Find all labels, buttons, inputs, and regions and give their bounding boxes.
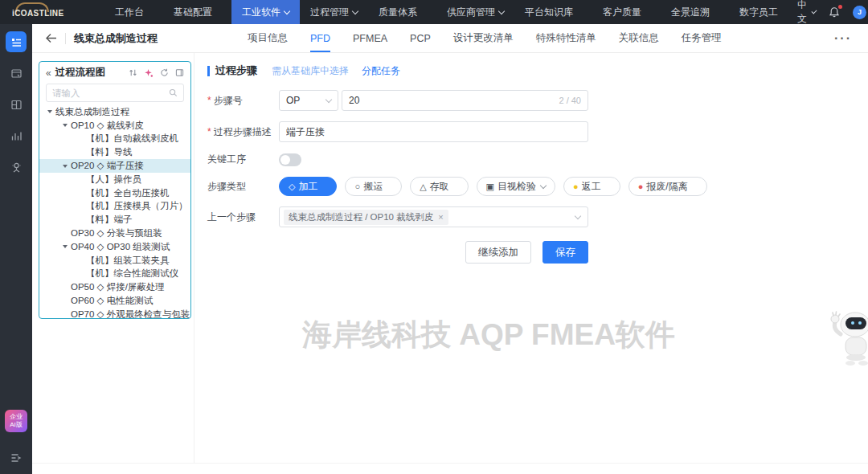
tree-row[interactable]: 【机】全自动压接机 — [39, 186, 190, 200]
tree-search-input[interactable] — [52, 88, 169, 98]
tree-expand-icon[interactable] — [59, 245, 70, 248]
tag-remove-icon[interactable]: × — [438, 212, 443, 222]
tree-row[interactable]: OP30 ◇ 分装与预组装 — [39, 227, 190, 240]
tab[interactable]: 设计更改清单 — [453, 24, 514, 52]
step-type-row: 步骤类型 ◇ 加工 ○ 搬运 — [207, 177, 588, 196]
tab-bar: 项目信息 PFD PFMEA PCP 设计更改清单 — [248, 24, 722, 52]
footer-divider — [32, 463, 868, 464]
step-type-pill[interactable]: ◇ 加工 — [279, 177, 337, 196]
top-menu-item[interactable]: 工作台 — [104, 0, 163, 24]
search-icon — [169, 88, 178, 97]
top-menu-item[interactable]: 质量体系 — [368, 0, 436, 24]
step-type-symbol-icon: ○ — [354, 182, 360, 191]
selected-step-tag: 线束总成制造过程 / OP10 裁线剥皮 × — [284, 210, 448, 225]
top-menu-item[interactable]: 工业软件 — [231, 0, 300, 24]
top-menu: 工作台 基础配置 工业软件 过程管理 — [104, 0, 797, 24]
step-type-symbol-icon: ▣ — [486, 182, 494, 192]
tree-row[interactable]: 【机】组装工装夹具 — [39, 254, 190, 268]
tab[interactable]: 特殊特性清单 — [536, 24, 596, 52]
char-counter: 2 / 40 — [559, 96, 581, 105]
tree-row[interactable]: 线束总成制造过程 — [39, 105, 190, 119]
top-menu-item[interactable]: 客户质量 — [592, 0, 661, 24]
tab[interactable]: PFMEA — [353, 24, 387, 52]
tab[interactable]: PCP — [410, 24, 431, 52]
tree-node-label: 【机】综合性能测试仪 — [86, 268, 178, 280]
step-type-pill[interactable]: ● 报废/隔离 — [628, 177, 707, 196]
tree-expand-icon[interactable] — [59, 165, 70, 168]
refresh-icon[interactable] — [160, 68, 169, 77]
tree-row[interactable]: 【人】操作员 — [39, 173, 190, 186]
step-type-pill[interactable]: ○ 搬运 — [345, 177, 402, 196]
tree-node-label: 【机】组装工装夹具 — [86, 255, 170, 267]
tree-row[interactable]: OP10 ◇ 裁线剥皮 — [39, 119, 190, 133]
required-mark: * — [207, 126, 211, 137]
assign-task-link[interactable]: 分配任务 — [362, 64, 400, 78]
tree-row[interactable]: 【料】端子 — [39, 213, 190, 227]
step-description-input[interactable] — [286, 126, 581, 137]
ai-sparkle-icon[interactable] — [144, 68, 154, 78]
tree-expand-icon[interactable] — [44, 110, 55, 113]
step-type-pill[interactable]: ▣ 目视检验 — [477, 177, 555, 196]
tree-node-label: 【料】端子 — [86, 214, 133, 226]
avatar: J — [853, 6, 866, 19]
rail-item-form-window[interactable] — [6, 63, 27, 84]
tree-node-label: 线束总成制造过程 — [55, 106, 129, 118]
save-button[interactable]: 保存 — [542, 241, 588, 264]
tree-node-label: 【机】全自动压接机 — [86, 187, 170, 199]
step-prefix-select[interactable]: OP — [279, 90, 338, 111]
step-number-input[interactable] — [349, 95, 552, 106]
tree-row[interactable]: 【机】综合性能测试仪 — [39, 268, 190, 281]
step-type-pill[interactable]: △ 存取 — [410, 177, 468, 196]
top-menu-item[interactable]: 平台知识库 — [514, 0, 592, 24]
top-menu-item[interactable]: 基础配置 — [163, 0, 231, 24]
user-menu[interactable]: J Judy — [853, 6, 868, 19]
notification-dot — [838, 5, 842, 9]
chevron-down-icon — [326, 96, 332, 102]
key-process-toggle[interactable] — [279, 153, 301, 166]
select-from-library-link[interactable]: 需从基础库中选择 — [272, 64, 349, 78]
rail-item-robot[interactable] — [6, 157, 27, 178]
tree-row[interactable]: OP50 ◇ 焊接/屏蔽处理 — [39, 280, 190, 294]
rail-item-analytics[interactable] — [6, 125, 27, 146]
page-title: 线束总成制造过程 — [74, 31, 158, 46]
rail-item-process-list[interactable] — [6, 31, 27, 52]
process-tree: 线束总成制造过程 OP10 ◇ 裁线剥皮 【机】自动裁线剥皮机 — [39, 105, 190, 319]
top-menu-item[interactable]: 过程管理 — [300, 0, 368, 24]
flow-panel-title: 过程流程图 — [55, 66, 106, 80]
continue-add-button[interactable]: 继续添加 — [465, 241, 531, 264]
top-menu-item[interactable]: 供应商管理 — [436, 0, 514, 24]
section-title: 过程步骤 — [215, 63, 257, 78]
tab[interactable]: PFD — [310, 24, 330, 52]
tree-row[interactable]: 【机】压接模具（刀片） — [39, 200, 190, 214]
panel-collapse-icon[interactable]: « — [46, 67, 51, 79]
previous-step-select[interactable]: 线束总成制造过程 / OP10 裁线剥皮 × — [279, 206, 588, 227]
tree-row[interactable]: OP70 ◇ 外观最终检查与包装 — [39, 308, 190, 319]
more-actions-button[interactable]: ··· — [834, 31, 852, 46]
tab[interactable]: 关联信息 — [619, 24, 659, 52]
divider — [65, 33, 66, 44]
sort-icon[interactable] — [129, 68, 137, 77]
flow-panel-header: « 过程流程图 — [39, 62, 190, 81]
tab[interactable]: 任务管理 — [682, 24, 722, 52]
language-selector[interactable]: 中文 — [797, 0, 816, 26]
chevron-down-icon — [575, 212, 581, 219]
tree-row[interactable]: OP20 ◇ 端子压接 — [39, 159, 190, 173]
back-button[interactable] — [45, 33, 57, 43]
tree-row[interactable]: OP40 ◇ OP30 组装测试 — [39, 240, 190, 254]
enterprise-ai-badge[interactable]: 企业 AI版 — [5, 410, 27, 432]
tree-expand-icon[interactable] — [59, 124, 70, 127]
tree-row[interactable]: OP60 ◇ 电性能测试 — [39, 294, 190, 308]
dock-panel-icon[interactable] — [175, 68, 184, 77]
tree-node-label: 【人】操作员 — [86, 174, 141, 186]
step-type-pill[interactable]: ● 返工 — [563, 177, 620, 196]
tree-row[interactable]: 【机】自动裁线剥皮机 — [39, 133, 190, 146]
top-menu-item[interactable]: 数字员工 — [729, 0, 797, 24]
top-menu-item[interactable]: 全景追溯 — [661, 0, 729, 24]
notification-bell-icon[interactable] — [829, 6, 840, 18]
form-actions: 继续添加 保存 — [207, 241, 588, 264]
tree-row[interactable]: 【料】导线 — [39, 145, 190, 159]
rail-item-layout[interactable] — [6, 94, 27, 115]
sidebar-collapse-icon[interactable] — [10, 452, 22, 466]
tab[interactable]: 项目信息 — [248, 24, 288, 52]
tree-node-label: 【料】导线 — [86, 146, 133, 158]
